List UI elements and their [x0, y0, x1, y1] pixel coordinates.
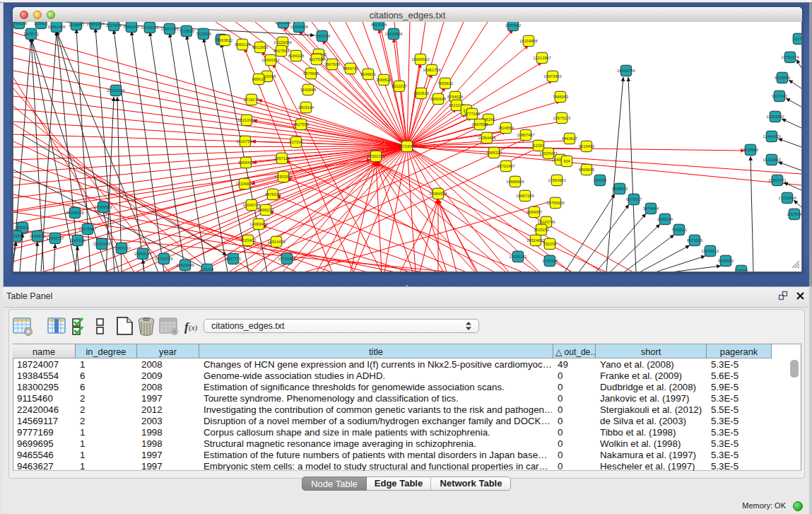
svg-text:2104957: 2104957: [69, 23, 84, 27]
svg-text:904: 904: [563, 159, 570, 163]
svg-text:1733426: 1733426: [542, 259, 558, 263]
svg-text:9860124: 9860124: [235, 42, 250, 47]
svg-text:17359958: 17359958: [94, 205, 112, 209]
svg-text:20691406: 20691406: [47, 25, 65, 29]
svg-text:9878332: 9878332: [265, 192, 281, 197]
svg-text:8938923: 8938923: [612, 187, 628, 191]
svg-text:985001: 985001: [16, 226, 30, 230]
svg-text:8813054: 8813054: [371, 23, 387, 27]
svg-text:19524851: 19524851: [526, 238, 544, 243]
svg-text:1965493: 1965493: [238, 160, 254, 165]
svg-text:17016504: 17016504: [778, 196, 796, 200]
svg-text:18640910: 18640910: [411, 57, 429, 62]
svg-text:14099489: 14099489: [249, 222, 267, 226]
svg-text:6899695: 6899695: [579, 168, 594, 172]
svg-text:2718176: 2718176: [244, 98, 259, 102]
svg-text:39159: 39159: [13, 234, 22, 238]
svg-text:10975887: 10975887: [78, 227, 96, 231]
svg-text:9245652: 9245652: [718, 259, 734, 263]
svg-text:2087682: 2087682: [505, 23, 521, 28]
svg-text:20364436: 20364436: [478, 136, 495, 140]
svg-text:12444159: 12444159: [763, 134, 780, 139]
svg-text:20206558: 20206558: [66, 211, 83, 215]
svg-text:8186328: 8186328: [288, 54, 304, 58]
svg-text:6794028: 6794028: [447, 95, 463, 99]
svg-text:10107554: 10107554: [236, 139, 254, 144]
svg-text:10973493: 10973493: [543, 74, 561, 78]
svg-text:23226056: 23226056: [273, 40, 291, 45]
svg-text:9827503: 9827503: [273, 49, 289, 53]
svg-text:10653267: 10653267: [86, 22, 104, 26]
svg-text:14136141: 14136141: [509, 255, 526, 259]
svg-text:9463627: 9463627: [562, 136, 577, 141]
svg-text:9515460: 9515460: [579, 144, 594, 148]
svg-text:3215956: 3215956: [743, 148, 758, 152]
svg-text:2803144: 2803144: [298, 105, 314, 110]
svg-text:7955812: 7955812: [437, 81, 453, 86]
svg-text:9327508: 9327508: [309, 57, 324, 62]
svg-text:10654112: 10654112: [702, 249, 719, 253]
svg-text:18724007: 18724007: [398, 144, 416, 148]
svg-text:9129966: 9129966: [775, 76, 790, 80]
svg-text:1362615: 1362615: [413, 91, 429, 95]
svg-text:7625402: 7625402: [240, 238, 256, 243]
svg-text:15720407: 15720407: [497, 164, 514, 168]
svg-text:12093582: 12093582: [766, 115, 784, 119]
svg-text:5875685: 5875685: [303, 71, 319, 76]
svg-text:1167534: 1167534: [787, 212, 801, 216]
svg-text:3624554: 3624554: [498, 126, 514, 130]
svg-text:1615152: 1615152: [534, 228, 549, 232]
svg-text:209915: 209915: [35, 22, 48, 25]
svg-text:8427552: 8427552: [293, 122, 309, 127]
svg-text:18807249: 18807249: [516, 194, 534, 198]
svg-text:7632621: 7632621: [671, 228, 687, 232]
svg-text:19384554: 19384554: [429, 192, 447, 196]
svg-text:9146821: 9146821: [360, 72, 376, 76]
svg-text:3267110: 3267110: [274, 156, 290, 160]
svg-text:12353594: 12353594: [274, 175, 292, 179]
svg-text:1905571: 1905571: [23, 32, 39, 36]
svg-text:6497568: 6497568: [472, 122, 488, 127]
svg-text:1145194: 1145194: [70, 238, 86, 243]
svg-text:8454749: 8454749: [343, 66, 358, 71]
svg-text:252254: 252254: [543, 242, 557, 246]
svg-text:7986322: 7986322: [486, 151, 502, 155]
svg-text:2867608: 2867608: [324, 62, 340, 66]
svg-text:12975115: 12975115: [553, 116, 571, 120]
svg-text:924565: 924565: [735, 269, 748, 271]
svg-text:12923446: 12923446: [176, 263, 194, 267]
svg-text:917006: 917006: [290, 140, 303, 144]
svg-text:6879197: 6879197: [626, 197, 642, 201]
svg-text:62160: 62160: [533, 144, 544, 148]
svg-text:16961758: 16961758: [423, 68, 440, 72]
svg-text:1527602: 1527602: [106, 23, 122, 28]
svg-text:8471626: 8471626: [687, 238, 702, 243]
svg-text:8498222: 8498222: [258, 208, 273, 212]
svg-text:10807487: 10807487: [517, 133, 534, 137]
svg-text:7663822: 7663822: [217, 38, 233, 42]
svg-text:16033809: 16033809: [290, 25, 307, 29]
svg-text:15051155: 15051155: [93, 242, 111, 246]
svg-text:20053346: 20053346: [107, 88, 124, 93]
svg-text:10046708: 10046708: [242, 203, 260, 207]
svg-text:19218906: 19218906: [384, 32, 402, 36]
svg-text:9474444: 9474444: [643, 206, 659, 211]
svg-text:19106822: 19106822: [235, 182, 253, 186]
svg-text:164095: 164095: [594, 178, 607, 182]
svg-text:(x): (x): [189, 323, 198, 332]
svg-text:25300275: 25300275: [367, 154, 384, 158]
svg-text:1588520: 1588520: [376, 78, 392, 82]
svg-text:10671355: 10671355: [160, 27, 178, 31]
svg-text:16154808: 16154808: [519, 39, 537, 43]
svg-text:15716485: 15716485: [278, 257, 295, 261]
svg-text:1603380: 1603380: [276, 22, 291, 25]
svg-text:8912956: 8912956: [252, 45, 268, 49]
svg-text:2935114: 2935114: [657, 217, 673, 221]
svg-text:15692971: 15692971: [768, 178, 786, 182]
svg-text:989618: 989618: [252, 77, 266, 81]
svg-text:16782759: 16782759: [155, 257, 172, 261]
svg-text:7515526: 7515526: [196, 32, 211, 36]
svg-text:5322037: 5322037: [392, 84, 407, 88]
svg-text:7515526: 7515526: [179, 29, 194, 33]
svg-text:10025433: 10025433: [539, 151, 557, 156]
